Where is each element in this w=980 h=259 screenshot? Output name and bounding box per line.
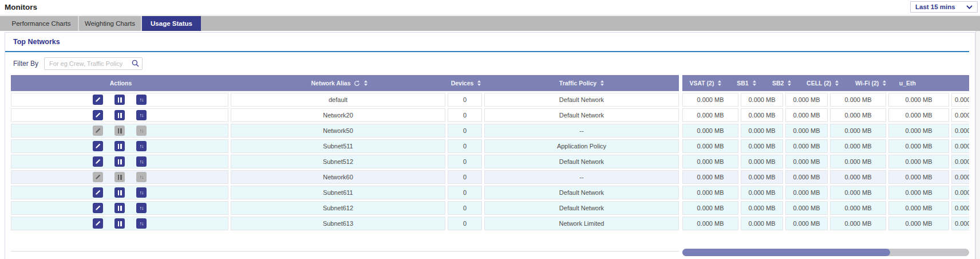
actions-cell: ↑↓ bbox=[11, 93, 228, 107]
reorder-button[interactable]: ↑↓ bbox=[136, 125, 147, 136]
column-header-wifi[interactable]: Wi-Fi (2) bbox=[846, 80, 896, 87]
pencil-icon bbox=[95, 112, 101, 118]
usage-cell-u_eth: 0.000 MB bbox=[951, 186, 969, 199]
usage-cell-wifi: 0.000 MB bbox=[888, 108, 949, 122]
pencil-icon bbox=[95, 159, 101, 164]
tab-weighting-charts[interactable]: Weighting Charts bbox=[79, 16, 142, 31]
edit-button[interactable] bbox=[93, 95, 103, 105]
pencil-icon bbox=[95, 97, 101, 103]
up-down-arrows-icon: ↑↓ bbox=[140, 221, 144, 226]
reorder-button[interactable]: ↑↓ bbox=[136, 141, 147, 151]
edit-button[interactable] bbox=[93, 125, 103, 136]
column-label: Network Alias bbox=[311, 80, 350, 87]
horizontal-scrollbar-track[interactable] bbox=[682, 249, 969, 256]
reorder-button[interactable]: ↑↓ bbox=[136, 172, 147, 182]
pause-button[interactable] bbox=[114, 141, 125, 151]
up-down-arrows-icon: ↑↓ bbox=[140, 97, 144, 103]
pause-button[interactable] bbox=[114, 95, 125, 105]
sort-toggle[interactable] bbox=[788, 80, 791, 86]
usage-cell-vsat: 0.000 MB bbox=[682, 217, 738, 230]
column-label: Devices bbox=[451, 80, 474, 87]
traffic-policy-cell: Default Network bbox=[484, 201, 679, 215]
network-alias-cell: Subnet512 bbox=[231, 155, 445, 168]
reorder-button[interactable]: ↑↓ bbox=[136, 110, 147, 120]
edit-button[interactable] bbox=[93, 187, 103, 198]
column-header-sb1[interactable]: SB1 bbox=[729, 80, 764, 87]
tab-performance-charts[interactable]: Performance Charts bbox=[5, 16, 79, 31]
column-header-vsat[interactable]: VSAT (2) bbox=[682, 80, 729, 87]
pause-button[interactable] bbox=[114, 187, 125, 198]
pencil-icon bbox=[95, 221, 101, 226]
pause-button[interactable] bbox=[114, 218, 125, 229]
pause-button[interactable] bbox=[114, 110, 125, 120]
network-alias-cell: Subnet611 bbox=[231, 186, 445, 199]
sort-toggle[interactable] bbox=[835, 80, 839, 86]
reorder-button[interactable]: ↑↓ bbox=[136, 156, 147, 167]
filter-search-box bbox=[44, 57, 143, 70]
devices-cell: 0 bbox=[448, 139, 482, 153]
usage-cell-u_eth: 0.000 MB bbox=[951, 93, 969, 107]
search-icon[interactable] bbox=[132, 60, 139, 67]
column-label: VSAT (2) bbox=[689, 80, 714, 87]
time-range-dropdown[interactable]: Last 15 mins bbox=[910, 1, 978, 13]
edit-button[interactable] bbox=[93, 110, 103, 120]
column-header-devices[interactable]: Devices bbox=[448, 80, 484, 87]
pause-button[interactable] bbox=[114, 125, 125, 136]
sort-toggle[interactable] bbox=[364, 80, 368, 86]
column-header-traffic-policy[interactable]: Traffic Policy bbox=[484, 80, 679, 87]
chevron-down-icon bbox=[966, 5, 973, 9]
column-label: CELL (2) bbox=[807, 80, 831, 87]
pause-icon bbox=[118, 128, 122, 134]
reorder-button[interactable]: ↑↓ bbox=[136, 187, 147, 198]
sort-toggle[interactable] bbox=[753, 80, 756, 86]
usage-cell-wifi: 0.000 MB bbox=[888, 186, 949, 199]
edit-button[interactable] bbox=[93, 156, 103, 167]
traffic-policy-cell: -- bbox=[484, 124, 679, 138]
usage-cell-wifi: 0.000 MB bbox=[888, 170, 949, 184]
actions-cell: ↑↓ bbox=[11, 201, 228, 215]
horizontal-scrollbar-thumb[interactable] bbox=[682, 249, 890, 256]
reorder-button[interactable]: ↑↓ bbox=[136, 218, 147, 229]
sort-toggle[interactable] bbox=[718, 80, 721, 86]
usage-cell-sb1: 0.000 MB bbox=[741, 93, 783, 107]
usage-cells: 0.000 MB0.000 MB0.000 MB0.000 MB0.000 MB… bbox=[682, 139, 969, 153]
usage-cell-u_eth: 0.000 MB bbox=[951, 108, 969, 122]
column-header-cell[interactable]: CELL (2) bbox=[800, 80, 846, 87]
edit-button[interactable] bbox=[93, 218, 103, 229]
usage-cell-sb2: 0.000 MB bbox=[785, 93, 828, 107]
sort-toggle[interactable] bbox=[883, 80, 886, 86]
filter-search-input[interactable] bbox=[44, 57, 143, 70]
refresh-icon[interactable] bbox=[354, 80, 360, 87]
pause-icon bbox=[118, 144, 122, 149]
up-down-arrows-icon: ↑↓ bbox=[140, 175, 144, 180]
network-alias-cell: Network20 bbox=[231, 108, 445, 122]
network-alias-cell: Subnet613 bbox=[231, 217, 445, 230]
usage-cells: 0.000 MB0.000 MB0.000 MB0.000 MB0.000 MB… bbox=[682, 155, 969, 168]
column-header-network-alias[interactable]: Network Alias bbox=[231, 80, 448, 87]
sort-toggle[interactable] bbox=[600, 80, 604, 86]
usage-cell-wifi: 0.000 MB bbox=[888, 201, 949, 215]
usage-cell-sb1: 0.000 MB bbox=[741, 201, 783, 215]
frozen-header: Actions Network Alias Devices Traffic Po… bbox=[11, 75, 679, 91]
devices-cell: 0 bbox=[448, 155, 482, 168]
usage-cell-u_eth: 0.000 MB bbox=[951, 124, 969, 138]
table-row: ↑↓ Network50 0 -- 0.000 MB0.000 MB0.000 … bbox=[11, 124, 969, 138]
column-label: SB1 bbox=[737, 80, 748, 87]
traffic-policy-cell: Application Policy bbox=[484, 139, 679, 153]
usage-cell-sb1: 0.000 MB bbox=[741, 155, 783, 168]
reorder-button[interactable]: ↑↓ bbox=[136, 95, 147, 105]
edit-button[interactable] bbox=[93, 141, 103, 151]
vertical-scrollbar-rail[interactable] bbox=[975, 31, 980, 259]
pause-button[interactable] bbox=[114, 156, 125, 167]
pause-button[interactable] bbox=[114, 203, 125, 213]
column-header-sb2[interactable]: SB2 bbox=[764, 80, 800, 87]
sort-toggle[interactable] bbox=[477, 80, 481, 86]
usage-cell-u_eth: 0.000 MB bbox=[951, 139, 969, 153]
reorder-button[interactable]: ↑↓ bbox=[136, 203, 147, 213]
edit-button[interactable] bbox=[93, 203, 103, 213]
pause-icon bbox=[118, 206, 122, 211]
edit-button[interactable] bbox=[93, 172, 103, 182]
filter-label: Filter By bbox=[13, 60, 38, 68]
tab-usage-status[interactable]: Usage Status bbox=[142, 16, 201, 31]
pause-button[interactable] bbox=[114, 172, 125, 182]
